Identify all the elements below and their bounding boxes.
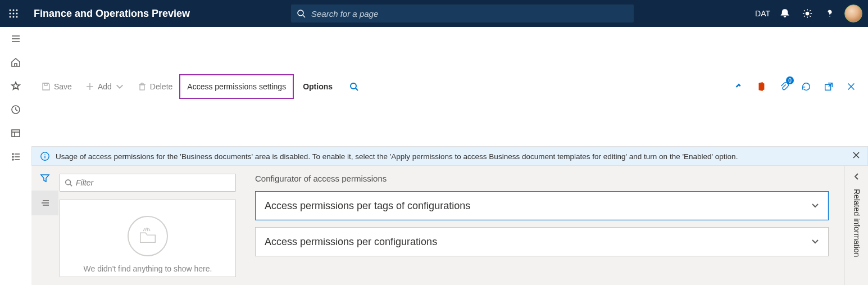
app-title: Finance and Operations Preview	[34, 8, 190, 20]
attachments-icon[interactable]: 0	[772, 74, 795, 99]
save-label: Save	[54, 82, 72, 91]
delete-button: Delete	[131, 74, 179, 99]
svg-point-7	[13, 16, 15, 18]
info-icon	[40, 151, 50, 161]
list-micro-rail	[31, 166, 58, 285]
delete-label: Delete	[150, 82, 172, 91]
svg-line-48	[70, 184, 72, 187]
svg-point-47	[66, 180, 71, 185]
empty-list-card: We didn't find anything to show here.	[60, 200, 236, 277]
top-navbar: Finance and Operations Preview Search fo…	[0, 0, 868, 27]
info-message-bar: Usage of access permissions for the 'Bus…	[31, 147, 868, 166]
info-message-text: Usage of access permissions for the 'Bus…	[56, 152, 738, 161]
chevron-down-icon	[811, 237, 819, 247]
tab-options[interactable]: Options	[294, 74, 342, 99]
list-view-icon[interactable]	[31, 191, 58, 215]
favorites-star-icon[interactable]	[2, 74, 29, 98]
options-label: Options	[303, 82, 333, 91]
accordion-label: Access permissions per tags of configura…	[265, 200, 470, 212]
detail-pane: Configurator of access permissions Acces…	[239, 166, 844, 285]
svg-line-35	[356, 88, 358, 91]
hamburger-menu-icon[interactable]	[2, 27, 29, 51]
svg-point-4	[13, 13, 15, 15]
svg-point-6	[10, 16, 11, 18]
help-icon[interactable]	[819, 0, 841, 27]
list-pane: We didn't find anything to show here.	[31, 166, 239, 285]
save-button: Save	[35, 74, 79, 99]
popout-icon[interactable]	[817, 74, 840, 99]
global-search[interactable]: Search for a page	[291, 4, 634, 22]
svg-point-12	[829, 16, 830, 16]
svg-point-1	[13, 10, 15, 11]
chevron-down-icon	[115, 82, 124, 91]
svg-rect-26	[44, 83, 47, 85]
filter-field[interactable]	[76, 178, 231, 187]
home-icon[interactable]	[2, 51, 29, 74]
svg-point-8	[16, 16, 18, 18]
svg-rect-17	[12, 130, 20, 137]
svg-point-11	[806, 12, 808, 15]
search-placeholder: Search for a page	[311, 9, 378, 19]
info-close-icon[interactable]	[852, 151, 861, 161]
accordion-label: Access permissions per configurations	[265, 236, 437, 248]
related-info-rail: Related information	[844, 166, 868, 285]
svg-point-20	[12, 153, 13, 155]
app-launcher-icon[interactable]	[0, 0, 27, 27]
accordion-permissions-per-tags[interactable]: Access permissions per tags of configura…	[255, 191, 829, 220]
modules-list-icon[interactable]	[2, 145, 29, 169]
left-nav-rail	[0, 27, 31, 285]
action-search-icon[interactable]	[342, 82, 366, 91]
svg-point-3	[10, 13, 11, 15]
svg-point-0	[10, 10, 11, 11]
add-button: Add	[79, 74, 131, 99]
close-icon[interactable]	[840, 74, 862, 99]
chevron-down-icon	[811, 201, 819, 211]
related-info-label[interactable]: Related information	[852, 189, 861, 257]
svg-rect-29	[140, 85, 144, 90]
svg-point-9	[298, 10, 303, 16]
svg-point-5	[16, 13, 18, 15]
attachments-count-badge: 0	[786, 76, 794, 84]
accordion-permissions-per-configurations[interactable]: Access permissions per configurations	[255, 227, 829, 256]
list-body: We didn't find anything to show here.	[58, 166, 239, 285]
filter-funnel-icon[interactable]	[31, 166, 58, 191]
search-icon	[297, 9, 306, 18]
svg-point-34	[351, 83, 356, 89]
empty-folder-icon	[128, 216, 168, 256]
action-bar: Save Add Delete Access permissions setti…	[31, 27, 868, 147]
office-icon[interactable]	[750, 74, 772, 99]
topbar-right: DAT	[755, 0, 868, 27]
svg-point-24	[12, 159, 13, 160]
user-avatar[interactable]	[844, 4, 862, 22]
svg-line-10	[303, 15, 305, 17]
action-bar-right-icons: 0	[728, 74, 868, 99]
link-icon[interactable]	[728, 74, 750, 99]
svg-point-41	[44, 154, 45, 155]
svg-point-22	[12, 156, 13, 157]
empty-message: We didn't find anything to show here.	[84, 264, 212, 273]
expand-related-icon[interactable]	[853, 173, 861, 182]
filter-input[interactable]	[60, 174, 236, 192]
add-label: Add	[98, 82, 112, 91]
settings-gear-icon[interactable]	[796, 0, 819, 27]
notifications-icon[interactable]	[774, 0, 796, 27]
search-icon	[65, 179, 72, 187]
access-permissions-settings-label: Access permissions settings	[187, 82, 286, 91]
detail-title: Configurator of access permissions	[255, 174, 829, 183]
recent-clock-icon[interactable]	[2, 98, 29, 121]
company-code[interactable]: DAT	[755, 9, 770, 18]
refresh-icon[interactable]	[795, 74, 817, 99]
svg-point-2	[16, 10, 18, 11]
workspaces-icon[interactable]	[2, 121, 29, 145]
tab-access-permissions-settings[interactable]: Access permissions settings	[179, 74, 294, 99]
content-area: We didn't find anything to show here. Co…	[31, 166, 868, 285]
